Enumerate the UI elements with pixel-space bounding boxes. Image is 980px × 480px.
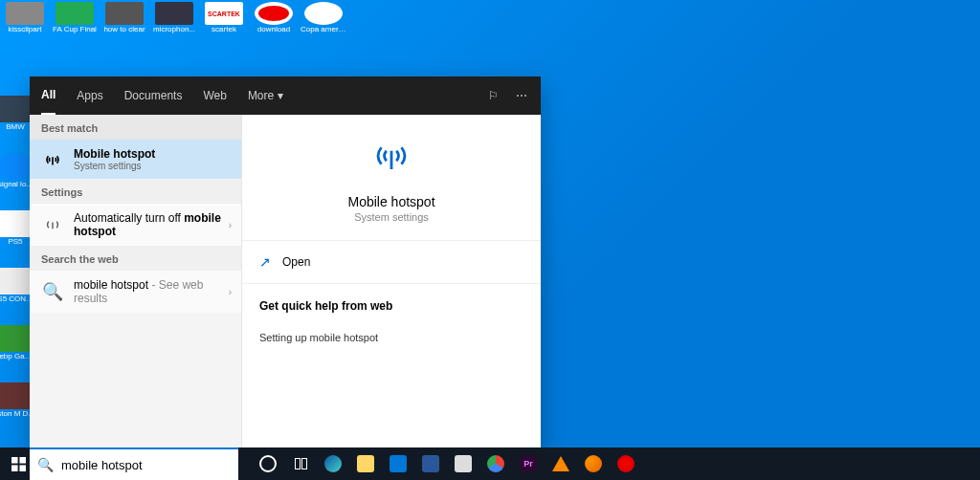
chevron-right-icon: › [229,220,232,230]
desktop-icon[interactable]: kissclipart [2,2,48,40]
search-icon: 🔍 [41,280,64,303]
section-best-match: Best match [30,115,241,140]
result-title: mobile hotspot - See web results [74,278,230,305]
tab-apps[interactable]: Apps [77,77,102,114]
svg-rect-5 [11,465,18,471]
quick-help-header: Get quick help from web [242,284,541,328]
result-title: Automatically turn off mobile hotspot [74,211,230,238]
desktop-icon[interactable]: SCARTEKscartek [201,2,247,40]
result-title: Mobile hotspot [74,147,230,161]
svg-rect-6 [19,465,26,471]
desktop-icon[interactable]: how to clear [101,2,147,40]
task-view-button[interactable] [285,450,316,477]
taskbar-app-store[interactable] [383,450,413,477]
taskbar-app-generic[interactable] [611,450,641,477]
help-link-setup-hotspot[interactable]: Setting up mobile hotspot [242,328,541,347]
hotspot-icon [41,148,64,171]
start-search-panel: All Apps Documents Web More ▾ ⚐ ⋯ Best m… [30,76,541,447]
taskbar-app-edge[interactable] [318,450,348,477]
taskbar-app-firefox[interactable] [578,450,609,477]
preview-hero: Mobile hotspot System settings [242,115,541,241]
desktop-icon[interactable]: Copa america [301,2,346,40]
desktop-icon[interactable]: FA Cup Final [52,2,98,40]
hotspot-icon [41,213,64,236]
tab-documents[interactable]: Documents [124,77,183,114]
start-button[interactable] [4,450,33,477]
result-auto-off-hotspot[interactable]: Automatically turn off mobile hotspot › [30,204,241,246]
taskbar-app-mail[interactable] [448,450,479,477]
cortana-button[interactable] [253,450,283,477]
section-settings: Settings [30,179,241,204]
tab-more[interactable]: More ▾ [248,77,283,114]
desktop-icon[interactable]: download [251,2,297,40]
preview-subtitle: System settings [354,211,429,223]
section-search-web: Search the web [30,246,241,271]
taskbar-app-premiere[interactable]: Pr [513,450,544,477]
taskbar-app-explorer[interactable] [350,450,381,477]
open-label: Open [282,255,310,269]
search-input-container: 🔍 [30,447,238,480]
search-results-column: Best match Mobile hotspot System setting… [30,115,242,447]
preview-title: Mobile hotspot [347,194,434,209]
taskbar-app-chrome[interactable] [480,450,511,477]
more-options-icon[interactable]: ⋯ [516,89,529,102]
hotspot-icon [368,136,414,185]
desktop-icons-top: kissclipart FA Cup Final how to clear mi… [0,0,348,42]
search-icon: 🔍 [37,457,54,472]
taskbar-app-vlc[interactable] [546,450,576,477]
taskbar-app-word[interactable] [415,450,446,477]
svg-rect-4 [19,457,26,464]
search-input[interactable] [61,458,231,472]
chevron-right-icon: › [229,287,232,297]
result-mobile-hotspot[interactable]: Mobile hotspot System settings [30,140,241,179]
desktop-wallpaper[interactable]: kissclipart FA Cup Final how to clear mi… [0,0,980,480]
svg-rect-3 [11,457,18,464]
result-web-search[interactable]: 🔍 mobile hotspot - See web results › [30,271,241,313]
desktop-icon[interactable]: microphon... [151,2,197,40]
search-filter-tabs: All Apps Documents Web More ▾ ⚐ ⋯ [30,76,541,115]
search-preview-column: Mobile hotspot System settings ↗ Open Ge… [242,115,541,447]
feedback-icon[interactable]: ⚐ [488,89,499,102]
open-icon: ↗ [259,254,271,270]
open-action[interactable]: ↗ Open [242,241,541,284]
result-subtitle: System settings [74,161,230,171]
tab-web[interactable]: Web [203,77,226,114]
tab-all[interactable]: All [41,76,56,115]
